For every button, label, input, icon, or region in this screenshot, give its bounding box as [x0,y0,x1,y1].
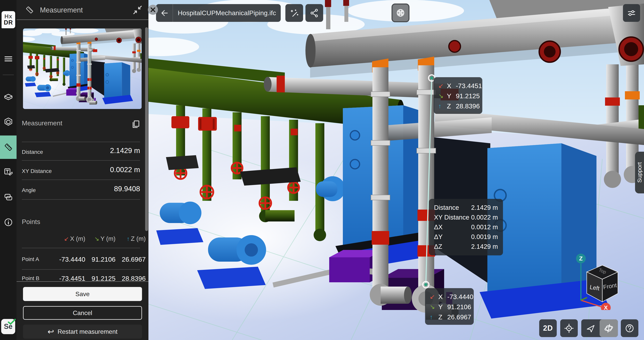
measurement-panel: Measurement Measurement Distance 2.1429 … [16,0,148,340]
magic-wand-button[interactable] [286,4,303,22]
point-a-y-value: 91.2106 [447,303,471,311]
summary-label: ΔX [434,223,442,231]
point-b-z-value: 28.8396 [456,102,480,110]
sidebar-item-package[interactable] [0,110,16,134]
summary-value: 0.0012 m [471,223,498,231]
browser-extension-badge[interactable]: Se [1,319,15,334]
y-column-header: Y (m) [100,235,116,242]
z-axis-label: Z [579,255,583,262]
measurement-summary-tooltip: Distance2.1429 m XY Distance0.0022 m ΔX0… [429,199,503,255]
panel-header: Measurement [16,0,148,20]
hxdr-logo[interactable]: Hx DR [2,11,15,28]
summary-value: 0.0022 m [471,214,498,221]
logo-line1: Hx [4,14,12,19]
point-a-tooltip: ↙X-73.4440 ↘Y91.2106 ↑Z26.6967 [425,288,474,325]
close-panel-button[interactable] [148,4,158,15]
fly-mode-button[interactable] [581,319,600,337]
sidebar-item-annotate[interactable] [0,160,16,183]
sidebar-rail: Hx DR Se [0,0,16,340]
save-label: Save [76,290,90,298]
points-table-header: ↙X (m) ↘Y (m) ↑Z (m) [22,233,141,244]
view-settings-button[interactable] [623,4,640,22]
angle-value: 89.9408 [114,185,140,193]
stacked-layers-icon [4,192,13,202]
locate-button[interactable] [560,319,578,337]
render-mode-button[interactable] [392,4,410,22]
point-b-tooltip: ↙X-73.4451 ↘Y91.2125 ↑Z28.8396 [434,77,482,114]
3d-scene [148,0,644,340]
navigation-cube[interactable]: Top Left Front Z X [573,251,624,310]
axis-x-arrow-icon: ↙ [438,82,447,90]
x-column-header: X (m) [70,235,85,242]
point-b-x-value: -73.4451 [456,82,482,90]
summary-label: ΔY [434,233,442,241]
section-title: Measurement [22,119,62,127]
sidebar-item-layers[interactable] [0,185,16,209]
main-menu-button[interactable] [0,47,16,71]
support-tab[interactable]: Support [635,152,644,193]
point-b-z: 28.8396 [116,275,146,282]
panel-scrollbar[interactable] [145,27,148,231]
summary-label: Distance [434,204,459,211]
point-a-x-value: -73.4440 [447,293,473,301]
share-button[interactable] [306,4,323,22]
z-axis-arrow-icon: ↑ [127,235,130,242]
axis-z-label: Z [447,102,456,110]
copy-measurement-button[interactable] [131,119,140,129]
measurement-preview-thumbnail [23,29,142,109]
ruler-tool-icon [4,142,13,152]
rail-divider [3,75,14,75]
2d-mode-button[interactable]: 2D [539,319,557,337]
point-a-z: 26.6967 [116,256,146,263]
x-axis-line [581,300,603,307]
xy-distance-label: XY Distance [22,168,52,174]
logo-line2: DR [4,19,13,26]
orbit-mode-button[interactable] [600,319,618,337]
green-check-icon [7,318,16,325]
sidebar-item-measure[interactable] [0,136,16,159]
file-name: HospitalCUPMechanicalPiping.ifc [173,9,281,17]
point-b-x: -73.4451 [54,275,85,282]
app-root: ↙X-73.4451 ↘Y91.2125 ↑Z28.8396 Distance2… [0,0,644,340]
navigation-arrow-icon [586,323,595,333]
sliders-icon [627,8,636,18]
cancel-label: Cancel [73,309,92,316]
collapse-panel-button[interactable] [132,5,142,15]
help-button[interactable] [621,319,638,337]
xy-distance-value: 0.0022 m [110,166,140,174]
support-label: Support [636,162,643,183]
close-icon [148,4,158,15]
point-b-y-value: 91.2125 [456,92,480,100]
summary-value: 0.0019 m [471,233,498,241]
restart-measurement-button[interactable]: ↩ Restart measurement [23,324,142,339]
text-annotation-icon [4,167,13,176]
hamburger-icon [4,54,13,64]
sidebar-item-model[interactable] [0,86,16,109]
point-a-z-value: 26.6967 [447,313,471,321]
undo-arrow-icon: ↩ [48,328,54,335]
viewport-3d[interactable]: ↙X-73.4451 ↘Y91.2125 ↑Z28.8396 Distance2… [148,0,644,340]
point-a-y: 91.2106 [85,256,116,263]
axis-y-arrow-icon: ↘ [438,92,447,100]
sidebar-item-info[interactable] [0,211,16,234]
file-toolbar: HospitalCUPMechanicalPiping.ifc [156,4,281,22]
x-axis-arrow-icon: ↙ [64,235,69,242]
points-section-title: Points [22,218,40,226]
distance-label: Distance [22,149,43,155]
axis-z-arrow-icon: ↑ [438,103,447,110]
cancel-button[interactable]: Cancel [23,306,142,320]
save-button[interactable]: Save [23,287,142,301]
axis-z-arrow-icon: ↑ [430,313,438,321]
point-a-x: -73.4440 [54,256,85,263]
flat-box-icon [4,93,13,102]
collapse-icon [132,5,142,15]
panel-title: Measurement [40,6,83,14]
navigation-mode-group [581,319,618,337]
axis-y-label: Y [447,92,456,100]
back-button[interactable] [156,4,173,22]
distance-value: 2.1429 m [110,147,140,155]
question-icon [624,323,635,333]
point-b-y: 91.2125 [85,275,116,282]
cube-faces[interactable]: Top Left Front [587,265,618,302]
crosshair-icon [564,323,574,333]
